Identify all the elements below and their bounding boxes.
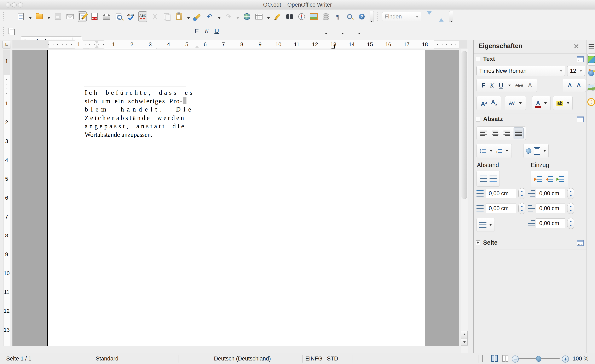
decrease-spacing-button[interactable] [489, 176, 496, 182]
text-line[interactable]: Zeichenabstände werden [85, 114, 185, 122]
sidebar-decrease-indent-button[interactable] [546, 176, 553, 182]
open-button[interactable] [35, 12, 43, 21]
find-next-button[interactable] [425, 12, 433, 21]
find-replace-button[interactable] [285, 12, 294, 21]
sidebar-justify-button[interactable] [514, 128, 524, 139]
navigator-button[interactable] [298, 12, 306, 21]
zoom-level-status[interactable]: 100 % [573, 356, 588, 362]
superscript-button[interactable]: Aa [481, 100, 487, 107]
undo-button[interactable]: ↶ [205, 12, 214, 21]
underline-button[interactable]: U [212, 27, 221, 34]
single-page-view-button[interactable] [482, 355, 488, 362]
sidebar-menu-button[interactable] [587, 42, 595, 51]
sidebar-bold-button[interactable]: F [482, 82, 485, 89]
paste-dropdown[interactable] [187, 17, 190, 19]
increase-spacing-button[interactable] [480, 176, 487, 182]
sidebar-align-left-button[interactable] [479, 128, 488, 139]
redo-dropdown[interactable] [237, 17, 239, 19]
data-sources-button[interactable] [322, 12, 330, 21]
title-bar[interactable]: OO.odt – OpenOffice Writer [0, 0, 595, 10]
book-view-button[interactable] [502, 355, 508, 362]
sidebar-font-size-combo[interactable]: 12 [567, 66, 585, 76]
first-line-indent-spinner[interactable] [567, 218, 574, 229]
underline-dropdown[interactable] [508, 85, 511, 86]
sidebar-align-right-button[interactable] [502, 128, 511, 139]
text-line[interactable]: sich_um_ein_schwieriges Pro- [85, 97, 185, 106]
help-button[interactable]: ? [358, 12, 366, 21]
paragraph-background-bucket-icon[interactable] [525, 148, 532, 154]
email-document-button[interactable] [66, 12, 74, 21]
new-document-button[interactable] [17, 12, 25, 21]
vertical-scrollbar[interactable] [461, 49, 468, 353]
sidebar-highlighting-dropdown[interactable] [567, 102, 569, 104]
horizontal-ruler[interactable]: 1 123456789101112131415161718 [12, 40, 468, 49]
collapse-icon[interactable] [476, 117, 480, 121]
zoom-slider-thumb[interactable] [536, 356, 541, 362]
text-line[interactable]: Wortabstände anzupassen. [85, 131, 185, 139]
format-paintbrush-button[interactable] [193, 12, 202, 21]
font-color-dropdown[interactable] [325, 33, 327, 34]
sidebar-font-color-button[interactable]: A [536, 100, 540, 106]
find-toolbar-overflow-button[interactable] [449, 11, 453, 22]
above-paragraph-spacing-field[interactable]: 0,00 cm [486, 189, 516, 198]
undo-dropdown[interactable] [218, 17, 220, 19]
draw-functions-button[interactable] [273, 12, 282, 21]
decrease-font-size-button[interactable]: A [577, 83, 581, 88]
zoom-in-button[interactable] [562, 356, 569, 363]
insert-table-dropdown[interactable] [267, 17, 270, 19]
sidebar-numbered-list-button[interactable]: III [496, 149, 502, 153]
page-count-status[interactable]: Seite 1 / 1 [6, 356, 31, 362]
font-dropdown-icon[interactable] [560, 70, 562, 72]
find-previous-button[interactable] [437, 12, 446, 21]
text-line[interactable]: blem handelt. Die [85, 105, 185, 114]
line-spacing-dropdown[interactable] [489, 224, 492, 226]
page-dialog-launcher-icon[interactable] [577, 240, 584, 246]
sidebar-tab-navigator[interactable] [587, 96, 595, 108]
toolbar-drag-handle[interactable] [3, 12, 4, 21]
paragraph-dialog-launcher-icon[interactable] [577, 116, 584, 122]
sidebar-align-center-button[interactable] [490, 128, 500, 139]
paragraph-text[interactable]: Ich befürchte, dass es sich_um_ein_schwi… [85, 88, 185, 139]
collapse-icon[interactable] [476, 57, 480, 61]
sidebar-tab-properties[interactable] [587, 53, 595, 65]
text-line[interactable]: Ich befürchte, dass es [85, 88, 185, 97]
strikethrough-button[interactable]: ABC [516, 83, 523, 88]
first-line-indent-field[interactable]: 0,00 cm [536, 219, 565, 228]
vertical-ruler[interactable]: 1 1234567891011121314 [3, 50, 10, 346]
line-spacing-button[interactable] [479, 222, 486, 228]
page-style-status[interactable]: Standard [96, 356, 119, 362]
close-sidebar-icon[interactable] [574, 43, 579, 49]
insert-mode-status[interactable]: EINFG [305, 356, 323, 362]
sidebar-highlighting-button[interactable]: ab [556, 101, 564, 106]
edit-mode-button[interactable] [78, 11, 87, 22]
before-indent-spinner[interactable] [567, 188, 574, 199]
below-paragraph-spacing-field[interactable]: 0,00 cm [486, 204, 516, 213]
character-spacing-dropdown[interactable] [519, 102, 522, 104]
expand-icon[interactable] [476, 241, 480, 245]
gallery-button[interactable] [310, 12, 318, 21]
after-text-indent-field[interactable]: 0,00 cm [536, 204, 565, 213]
sidebar-tab-people-globe[interactable] [587, 67, 595, 79]
numbered-list-dropdown[interactable] [506, 150, 508, 152]
text-boundary[interactable]: Ich befürchte, dass es sich_um_ein_schwi… [84, 86, 186, 346]
text-section-header[interactable]: Text [476, 56, 495, 62]
paragraph-background-button[interactable] [534, 147, 540, 155]
document-workspace[interactable]: Ich befürchte, dass es sich_um_ein_schwi… [12, 49, 460, 353]
find-dropdown-icon[interactable] [416, 16, 419, 18]
toolbar-drag-handle[interactable] [3, 27, 4, 36]
page-preview-button[interactable] [114, 12, 123, 21]
scroll-up-button[interactable] [461, 331, 468, 338]
hanging-indent-button[interactable] [557, 176, 564, 182]
tab-type-selector[interactable]: L [2, 41, 11, 49]
paragraph-background-dropdown[interactable] [543, 150, 546, 152]
sidebar-increase-indent-button[interactable] [535, 176, 542, 182]
hyperlink-button[interactable] [243, 12, 251, 21]
shadow-button[interactable]: A [528, 83, 532, 88]
background-color-dropdown[interactable] [358, 33, 361, 34]
sidebar-underline-button[interactable]: U [499, 82, 503, 89]
multi-page-view-button[interactable] [491, 355, 498, 362]
character-spacing-button[interactable]: AV [509, 100, 515, 106]
before-text-indent-field[interactable]: 0,00 cm [536, 189, 565, 198]
subscript-button[interactable]: Aa [491, 99, 497, 107]
sidebar-tab-gallery[interactable] [587, 82, 595, 93]
